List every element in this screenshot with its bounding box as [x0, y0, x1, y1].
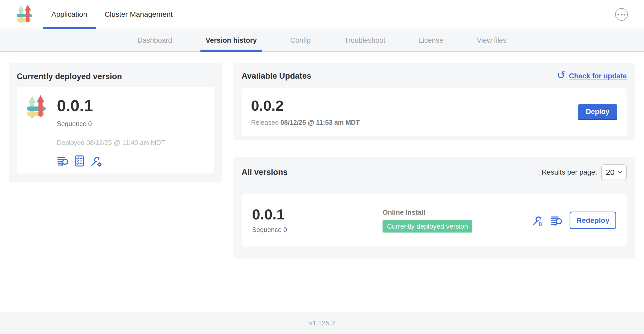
update-row: 0.0.2 Released 08/12/25 @ 11:53 am MDT D… [242, 88, 627, 136]
row-sequence-label: Sequence 0 [252, 226, 383, 234]
edit-config-icon[interactable] [90, 155, 102, 167]
admin-console-page: Application Cluster Management Dashboard… [0, 0, 644, 334]
console-version-label: v1.125.2 [309, 319, 335, 327]
app-subnav: Dashboard Version history Config Trouble… [0, 30, 644, 52]
version-row: 0.0.1 Sequence 0 Online Install Currentl… [242, 194, 627, 246]
refresh-icon: ↺ [556, 70, 566, 81]
check-for-update-label: Check for update [569, 72, 627, 80]
results-per-page-value: 20 [606, 168, 614, 177]
deploy-button[interactable]: Deploy [578, 104, 617, 120]
subtab-license[interactable]: License [402, 30, 460, 51]
subtab-config[interactable]: Config [274, 30, 328, 51]
results-per-page-select[interactable]: 20 [601, 164, 627, 180]
tab-application-label: Application [51, 10, 87, 19]
tab-cluster-management-label: Cluster Management [105, 10, 173, 19]
preflight-checks-icon[interactable] [73, 155, 85, 167]
subtab-dashboard[interactable]: Dashboard [121, 30, 189, 51]
app-logo-icon [27, 95, 47, 118]
overflow-menu-button[interactable] [615, 8, 628, 21]
top-navbar: Application Cluster Management [0, 0, 644, 29]
current-version-card-title: Currently deployed version [17, 72, 214, 81]
current-version-number: 0.0.1 [57, 98, 165, 114]
view-logs-icon[interactable] [550, 214, 563, 227]
redeploy-button[interactable]: Redeploy [570, 212, 616, 229]
available-updates-card: Available Updates ↺ Check for update 0.0… [233, 63, 635, 140]
tab-application[interactable]: Application [43, 0, 96, 29]
current-version-inner-card: 0.0.1 Sequence 0 Deployed 08/12/25 @ 11:… [17, 87, 214, 174]
deployed-timestamp: Deployed 08/12/25 @ 11:40 am MDT [57, 139, 165, 147]
main-content: Currently deployed version 0.0.1 Sequenc… [0, 52, 644, 312]
footer: v1.125.2 [0, 312, 644, 334]
update-version-number: 0.0.2 [251, 98, 360, 113]
all-versions-title: All versions [242, 168, 288, 177]
top-nav-tabs: Application Cluster Management [43, 0, 181, 29]
released-timestamp: Released 08/12/25 @ 11:53 am MDT [251, 119, 360, 126]
current-sequence-label: Sequence 0 [57, 120, 165, 128]
subtab-view-files[interactable]: View files [460, 30, 523, 51]
currently-deployed-badge: Currently deployed version [383, 220, 472, 233]
results-per-page-label: Results per page: [542, 168, 597, 176]
subtab-version-history[interactable]: Version history [189, 30, 274, 51]
app-logo-icon [17, 4, 33, 24]
chevron-down-icon [618, 171, 622, 174]
install-type-label: Online Install [383, 208, 531, 217]
row-version-number: 0.0.1 [252, 207, 383, 222]
available-updates-title: Available Updates [242, 71, 311, 81]
view-logs-icon[interactable] [57, 155, 69, 167]
tab-cluster-management[interactable]: Cluster Management [96, 0, 181, 29]
all-versions-card: All versions Results per page: 20 0.0.1 … [233, 157, 635, 258]
ellipsis-icon [618, 14, 619, 15]
check-for-update-link[interactable]: ↺ Check for update [556, 71, 627, 82]
current-version-card: Currently deployed version 0.0.1 Sequenc… [9, 63, 222, 182]
subtab-troubleshoot[interactable]: Troubleshoot [328, 30, 402, 51]
edit-config-icon[interactable] [531, 214, 543, 227]
